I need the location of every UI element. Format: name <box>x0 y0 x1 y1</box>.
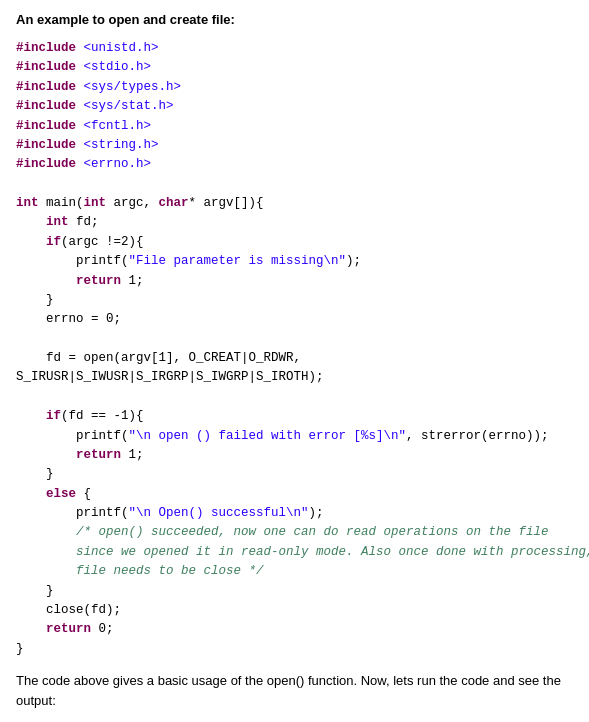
section-heading: An example to open and create file: <box>16 12 573 27</box>
prose-text: The code above gives a basic usage of th… <box>16 671 573 710</box>
code-block: #include <unistd.h> #include <stdio.h> #… <box>16 39 573 659</box>
